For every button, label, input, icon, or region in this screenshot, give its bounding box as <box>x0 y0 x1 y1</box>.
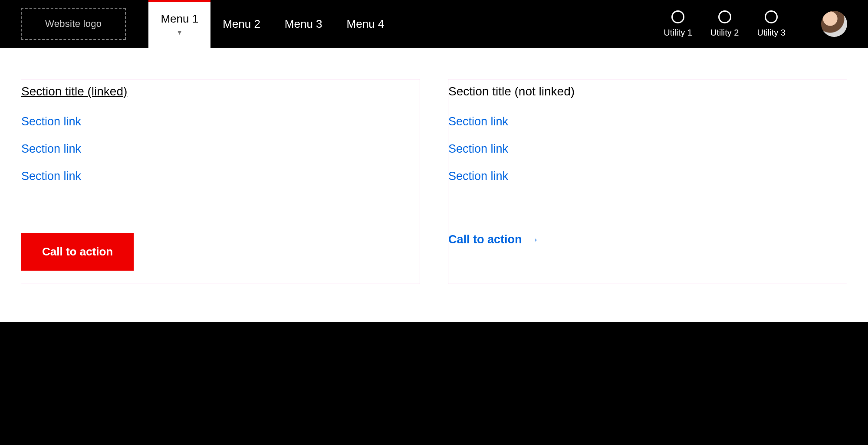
utility-1-label: Utility 1 <box>664 28 692 38</box>
top-navigation: Website logo Menu 1 ▼ Menu 2 Menu 3 Menu… <box>0 0 868 48</box>
utility-3-label: Utility 3 <box>757 28 786 38</box>
nav-menu-4[interactable]: Menu 4 <box>335 0 397 48</box>
chevron-down-icon: ▼ <box>177 29 183 36</box>
section-link[interactable]: Section link <box>21 135 420 163</box>
nav-menu-1[interactable]: Menu 1 ▼ <box>148 0 210 48</box>
section-link[interactable]: Section link <box>21 108 420 135</box>
section-right: Section title (not linked) Section link … <box>448 79 847 284</box>
avatar[interactable] <box>821 11 847 37</box>
section-title-static: Section title (not linked) <box>448 85 847 108</box>
circle-icon <box>671 10 684 23</box>
dropdown-panel: Section title (linked) Section link Sect… <box>0 48 868 322</box>
section-link[interactable]: Section link <box>448 163 847 190</box>
footer <box>0 322 868 445</box>
section-link[interactable]: Section link <box>448 135 847 163</box>
section-link[interactable]: Section link <box>21 163 420 190</box>
cta-secondary-link[interactable]: Call to action → <box>448 233 539 246</box>
section-title-linked[interactable]: Section title (linked) <box>21 85 420 108</box>
cta-secondary-label: Call to action <box>448 233 522 246</box>
circle-icon <box>718 10 731 23</box>
utility-1[interactable]: Utility 1 <box>664 10 692 38</box>
nav-menu-4-label: Menu 4 <box>347 17 385 31</box>
utility-2[interactable]: Utility 2 <box>710 10 739 38</box>
utility-nav: Utility 1 Utility 2 Utility 3 <box>664 0 847 48</box>
section-left: Section title (linked) Section link Sect… <box>21 79 420 284</box>
website-logo[interactable]: Website logo <box>21 8 126 40</box>
logo-area: Website logo <box>0 0 147 48</box>
utility-2-label: Utility 2 <box>710 28 739 38</box>
nav-menu-3[interactable]: Menu 3 <box>273 0 335 48</box>
nav-menu-2-label: Menu 2 <box>223 17 260 31</box>
nav-menu-3-label: Menu 3 <box>285 17 322 31</box>
nav-menu-1-label: Menu 1 <box>161 12 198 26</box>
section-link[interactable]: Section link <box>448 108 847 135</box>
primary-nav: Menu 1 ▼ Menu 2 Menu 3 Menu 4 <box>148 0 396 48</box>
nav-menu-2[interactable]: Menu 2 <box>210 0 273 48</box>
cta-primary-button[interactable]: Call to action <box>21 233 134 271</box>
circle-icon <box>765 10 778 23</box>
arrow-right-icon: → <box>528 233 539 246</box>
utility-3[interactable]: Utility 3 <box>757 10 786 38</box>
